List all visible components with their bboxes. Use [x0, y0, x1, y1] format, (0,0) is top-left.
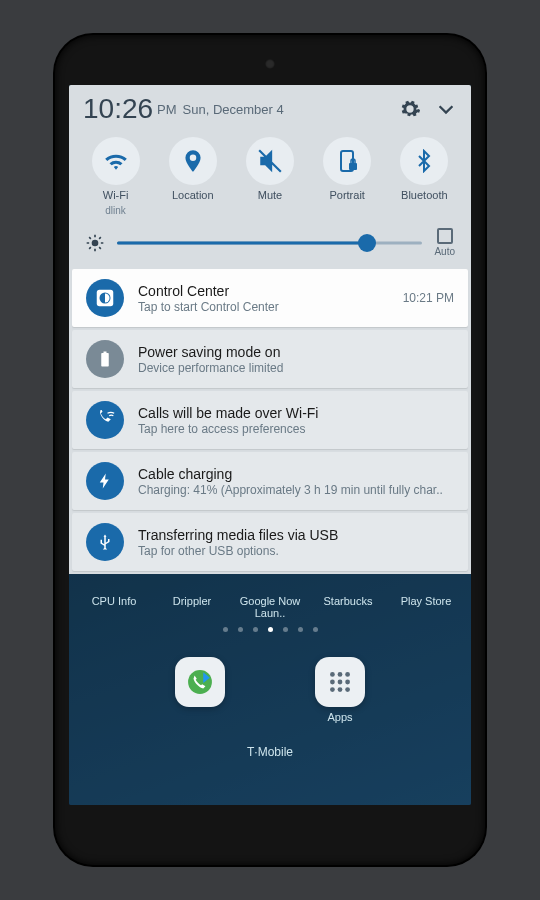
- usb-icon: [86, 523, 124, 561]
- notification-power-saving[interactable]: Power saving mode on Device performance …: [72, 330, 468, 388]
- toggle-location[interactable]: Location: [157, 137, 229, 216]
- wifi-call-icon: [86, 401, 124, 439]
- control-center-icon: [86, 279, 124, 317]
- clock-ampm: PM: [157, 102, 177, 117]
- portrait-lock-icon: [335, 149, 359, 173]
- toggle-rotation[interactable]: Portrait: [311, 137, 383, 216]
- svg-point-6: [345, 680, 350, 685]
- clock-date: Sun, December 4: [183, 102, 284, 117]
- dock: Apps: [69, 657, 471, 723]
- notification-shade: 10:26 PM Sun, December 4 Wi-Fi dlink: [69, 85, 471, 574]
- location-icon: [180, 148, 206, 174]
- toggle-mute[interactable]: Mute: [234, 137, 306, 216]
- brightness-row: Auto: [69, 220, 471, 269]
- notification-usb[interactable]: Transferring media files via USB Tap for…: [72, 513, 468, 571]
- svg-point-3: [345, 672, 350, 677]
- svg-point-12: [92, 239, 99, 246]
- svg-point-7: [330, 687, 335, 692]
- toggle-wifi[interactable]: Wi-Fi dlink: [80, 137, 152, 216]
- toggle-bluetooth[interactable]: Bluetooth: [388, 137, 460, 216]
- page-indicator[interactable]: [69, 627, 471, 632]
- svg-point-5: [338, 680, 343, 685]
- svg-point-0: [188, 670, 212, 694]
- chevron-down-icon[interactable]: [435, 98, 457, 120]
- gear-icon[interactable]: [399, 98, 421, 120]
- bluetooth-icon: [412, 149, 436, 173]
- svg-point-8: [338, 687, 343, 692]
- brightness-icon: [85, 233, 105, 253]
- carrier-label: T·Mobile: [69, 745, 471, 759]
- apps-drawer[interactable]: Apps: [315, 657, 365, 723]
- svg-point-4: [330, 680, 335, 685]
- shade-header: 10:26 PM Sun, December 4: [69, 85, 471, 131]
- clock-time: 10:26: [83, 93, 153, 125]
- notification-time: 10:21 PM: [403, 291, 454, 305]
- notification-control-center[interactable]: Control Center Tap to start Control Cent…: [72, 269, 468, 327]
- svg-point-1: [330, 672, 335, 677]
- notification-list: Control Center Tap to start Control Cent…: [69, 269, 471, 574]
- battery-icon: [86, 340, 124, 378]
- checkbox-icon: [437, 228, 453, 244]
- notification-wifi-calling[interactable]: Calls will be made over Wi-Fi Tap here t…: [72, 391, 468, 449]
- phone-app[interactable]: [175, 657, 225, 723]
- svg-point-9: [345, 687, 350, 692]
- notification-charging[interactable]: Cable charging Charging: 41% (Approximat…: [72, 452, 468, 510]
- svg-point-2: [338, 672, 343, 677]
- screen: CPU Info Drippler Google Now Laun.. Star…: [69, 85, 471, 805]
- svg-rect-11: [349, 163, 357, 170]
- wifi-icon: [103, 148, 129, 174]
- quick-settings-row: Wi-Fi dlink Location Mute Portrait: [69, 131, 471, 220]
- home-app-labels: CPU Info Drippler Google Now Laun.. Star…: [69, 595, 471, 619]
- brightness-slider[interactable]: [117, 233, 422, 253]
- mute-icon: [257, 148, 283, 174]
- auto-brightness-toggle[interactable]: Auto: [434, 228, 455, 257]
- charge-icon: [86, 462, 124, 500]
